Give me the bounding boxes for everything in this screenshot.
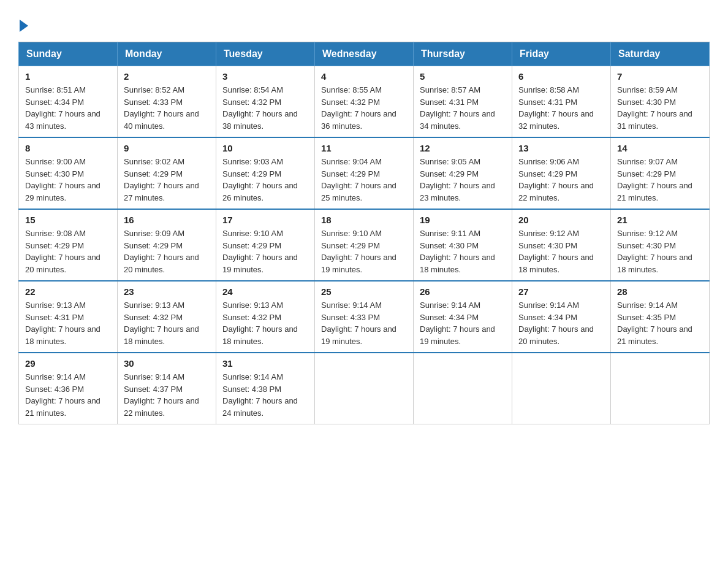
day-number: 4 bbox=[321, 71, 407, 82]
day-number: 5 bbox=[420, 71, 506, 82]
page-header bbox=[18, 18, 710, 29]
day-number: 13 bbox=[518, 143, 604, 153]
day-info: Sunrise: 8:52 AMSunset: 4:33 PMDaylight:… bbox=[124, 84, 210, 132]
day-info: Sunrise: 9:06 AMSunset: 4:29 PMDaylight:… bbox=[518, 156, 604, 204]
day-number: 29 bbox=[25, 358, 111, 369]
day-info: Sunrise: 8:57 AMSunset: 4:31 PMDaylight:… bbox=[420, 84, 506, 132]
logo bbox=[18, 18, 28, 29]
day-info: Sunrise: 9:10 AMSunset: 4:29 PMDaylight:… bbox=[321, 228, 407, 275]
day-number: 6 bbox=[518, 71, 604, 82]
calendar-cell: 30Sunrise: 9:14 AMSunset: 4:37 PMDayligh… bbox=[118, 353, 216, 424]
day-number: 31 bbox=[222, 358, 308, 369]
calendar-cell: 1Sunrise: 8:51 AMSunset: 4:34 PMDaylight… bbox=[19, 66, 118, 138]
calendar-cell: 21Sunrise: 9:12 AMSunset: 4:30 PMDayligh… bbox=[611, 209, 710, 281]
day-info: Sunrise: 9:14 AMSunset: 4:37 PMDaylight:… bbox=[124, 371, 210, 419]
day-number: 11 bbox=[321, 143, 407, 153]
calendar-week-row: 15Sunrise: 9:08 AMSunset: 4:29 PMDayligh… bbox=[19, 209, 710, 281]
day-info: Sunrise: 9:14 AMSunset: 4:36 PMDaylight:… bbox=[25, 371, 111, 419]
day-info: Sunrise: 9:14 AMSunset: 4:33 PMDaylight:… bbox=[321, 299, 407, 347]
day-number: 7 bbox=[617, 71, 703, 82]
calendar-cell bbox=[315, 353, 414, 424]
calendar-cell: 5Sunrise: 8:57 AMSunset: 4:31 PMDaylight… bbox=[414, 66, 512, 138]
day-info: Sunrise: 9:14 AMSunset: 4:34 PMDaylight:… bbox=[518, 299, 604, 347]
calendar-week-row: 29Sunrise: 9:14 AMSunset: 4:36 PMDayligh… bbox=[19, 353, 710, 424]
calendar-cell: 29Sunrise: 9:14 AMSunset: 4:36 PMDayligh… bbox=[19, 353, 118, 424]
day-info: Sunrise: 9:07 AMSunset: 4:29 PMDaylight:… bbox=[617, 156, 703, 204]
calendar-cell: 14Sunrise: 9:07 AMSunset: 4:29 PMDayligh… bbox=[611, 137, 710, 209]
day-info: Sunrise: 9:09 AMSunset: 4:29 PMDaylight:… bbox=[124, 228, 210, 275]
day-number: 24 bbox=[222, 286, 308, 297]
calendar-cell: 23Sunrise: 9:13 AMSunset: 4:32 PMDayligh… bbox=[118, 281, 216, 353]
day-info: Sunrise: 9:08 AMSunset: 4:29 PMDaylight:… bbox=[25, 228, 111, 275]
day-number: 3 bbox=[222, 71, 308, 82]
day-number: 27 bbox=[518, 286, 604, 297]
calendar-cell: 7Sunrise: 8:59 AMSunset: 4:30 PMDaylight… bbox=[611, 66, 710, 138]
day-info: Sunrise: 9:00 AMSunset: 4:30 PMDaylight:… bbox=[25, 156, 111, 204]
day-number: 14 bbox=[617, 143, 703, 153]
calendar-cell: 17Sunrise: 9:10 AMSunset: 4:29 PMDayligh… bbox=[216, 209, 315, 281]
day-info: Sunrise: 9:03 AMSunset: 4:29 PMDaylight:… bbox=[222, 156, 308, 204]
calendar-cell bbox=[611, 353, 710, 424]
calendar-cell: 20Sunrise: 9:12 AMSunset: 4:30 PMDayligh… bbox=[512, 209, 611, 281]
calendar-cell: 11Sunrise: 9:04 AMSunset: 4:29 PMDayligh… bbox=[315, 137, 414, 209]
day-info: Sunrise: 9:14 AMSunset: 4:35 PMDaylight:… bbox=[617, 299, 703, 347]
calendar-week-row: 8Sunrise: 9:00 AMSunset: 4:30 PMDaylight… bbox=[19, 137, 710, 209]
day-info: Sunrise: 8:58 AMSunset: 4:31 PMDaylight:… bbox=[518, 84, 604, 132]
column-header-saturday: Saturday bbox=[611, 42, 710, 66]
calendar-cell: 31Sunrise: 9:14 AMSunset: 4:38 PMDayligh… bbox=[216, 353, 315, 424]
day-info: Sunrise: 9:12 AMSunset: 4:30 PMDaylight:… bbox=[518, 228, 604, 275]
calendar-cell: 16Sunrise: 9:09 AMSunset: 4:29 PMDayligh… bbox=[118, 209, 216, 281]
column-header-sunday: Sunday bbox=[19, 42, 118, 66]
day-info: Sunrise: 9:13 AMSunset: 4:32 PMDaylight:… bbox=[222, 299, 308, 347]
calendar-week-row: 1Sunrise: 8:51 AMSunset: 4:34 PMDaylight… bbox=[19, 66, 710, 138]
day-info: Sunrise: 9:10 AMSunset: 4:29 PMDaylight:… bbox=[222, 228, 308, 275]
day-number: 1 bbox=[25, 71, 111, 82]
column-header-thursday: Thursday bbox=[414, 42, 512, 66]
calendar-cell: 10Sunrise: 9:03 AMSunset: 4:29 PMDayligh… bbox=[216, 137, 315, 209]
day-number: 25 bbox=[321, 286, 407, 297]
logo-arrow-icon bbox=[20, 20, 28, 32]
day-info: Sunrise: 9:14 AMSunset: 4:34 PMDaylight:… bbox=[420, 299, 506, 347]
calendar-cell: 4Sunrise: 8:55 AMSunset: 4:32 PMDaylight… bbox=[315, 66, 414, 138]
calendar-cell: 6Sunrise: 8:58 AMSunset: 4:31 PMDaylight… bbox=[512, 66, 611, 138]
calendar-cell: 28Sunrise: 9:14 AMSunset: 4:35 PMDayligh… bbox=[611, 281, 710, 353]
day-number: 17 bbox=[222, 215, 308, 225]
calendar-cell: 18Sunrise: 9:10 AMSunset: 4:29 PMDayligh… bbox=[315, 209, 414, 281]
day-info: Sunrise: 9:12 AMSunset: 4:30 PMDaylight:… bbox=[617, 228, 703, 275]
calendar-cell: 12Sunrise: 9:05 AMSunset: 4:29 PMDayligh… bbox=[414, 137, 512, 209]
day-number: 21 bbox=[617, 215, 703, 225]
day-number: 23 bbox=[124, 286, 210, 297]
calendar-week-row: 22Sunrise: 9:13 AMSunset: 4:31 PMDayligh… bbox=[19, 281, 710, 353]
day-info: Sunrise: 8:55 AMSunset: 4:32 PMDaylight:… bbox=[321, 84, 407, 132]
day-info: Sunrise: 9:11 AMSunset: 4:30 PMDaylight:… bbox=[420, 228, 506, 275]
day-number: 19 bbox=[420, 215, 506, 225]
column-header-tuesday: Tuesday bbox=[216, 42, 315, 66]
calendar-cell: 3Sunrise: 8:54 AMSunset: 4:32 PMDaylight… bbox=[216, 66, 315, 138]
day-number: 8 bbox=[25, 143, 111, 153]
column-header-monday: Monday bbox=[118, 42, 216, 66]
day-number: 12 bbox=[420, 143, 506, 153]
column-header-wednesday: Wednesday bbox=[315, 42, 414, 66]
calendar-cell: 22Sunrise: 9:13 AMSunset: 4:31 PMDayligh… bbox=[19, 281, 118, 353]
day-info: Sunrise: 9:14 AMSunset: 4:38 PMDaylight:… bbox=[222, 371, 308, 419]
day-info: Sunrise: 9:13 AMSunset: 4:31 PMDaylight:… bbox=[25, 299, 111, 347]
day-number: 16 bbox=[124, 215, 210, 225]
column-header-friday: Friday bbox=[512, 42, 611, 66]
day-info: Sunrise: 9:04 AMSunset: 4:29 PMDaylight:… bbox=[321, 156, 407, 204]
calendar-cell: 13Sunrise: 9:06 AMSunset: 4:29 PMDayligh… bbox=[512, 137, 611, 209]
day-number: 26 bbox=[420, 286, 506, 297]
day-info: Sunrise: 9:02 AMSunset: 4:29 PMDaylight:… bbox=[124, 156, 210, 204]
calendar-cell: 27Sunrise: 9:14 AMSunset: 4:34 PMDayligh… bbox=[512, 281, 611, 353]
day-number: 28 bbox=[617, 286, 703, 297]
calendar-cell bbox=[512, 353, 611, 424]
calendar-cell bbox=[414, 353, 512, 424]
calendar-cell: 9Sunrise: 9:02 AMSunset: 4:29 PMDaylight… bbox=[118, 137, 216, 209]
calendar-cell: 2Sunrise: 8:52 AMSunset: 4:33 PMDaylight… bbox=[118, 66, 216, 138]
day-number: 22 bbox=[25, 286, 111, 297]
day-info: Sunrise: 9:13 AMSunset: 4:32 PMDaylight:… bbox=[124, 299, 210, 347]
day-number: 30 bbox=[124, 358, 210, 369]
day-number: 2 bbox=[124, 71, 210, 82]
day-info: Sunrise: 8:59 AMSunset: 4:30 PMDaylight:… bbox=[617, 84, 703, 132]
day-number: 10 bbox=[222, 143, 308, 153]
calendar-cell: 26Sunrise: 9:14 AMSunset: 4:34 PMDayligh… bbox=[414, 281, 512, 353]
